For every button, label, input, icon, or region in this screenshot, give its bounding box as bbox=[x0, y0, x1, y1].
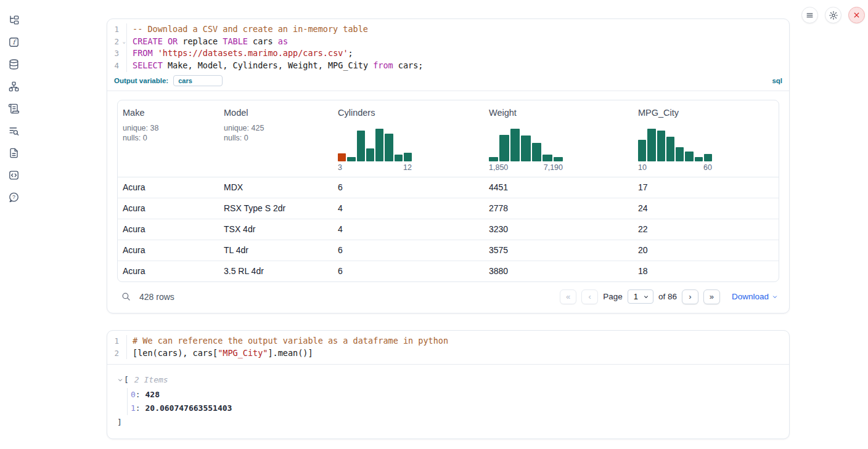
tree-entry-colon: : bbox=[136, 403, 145, 413]
scroll-icon[interactable] bbox=[8, 103, 20, 115]
histogram-bar[interactable] bbox=[404, 153, 412, 161]
histogram-min-label: 3 bbox=[338, 163, 342, 172]
histogram-bar[interactable] bbox=[375, 129, 383, 161]
menu-button[interactable] bbox=[801, 7, 818, 23]
code-token: OR bbox=[168, 36, 178, 46]
histogram-bar[interactable] bbox=[554, 157, 563, 161]
graph-icon[interactable] bbox=[8, 81, 20, 92]
histogram-bar[interactable] bbox=[685, 152, 693, 161]
histogram-bar[interactable] bbox=[676, 147, 684, 161]
fold-chevron-icon[interactable]: ⌄ bbox=[123, 36, 126, 48]
code-token: -- Download a CSV and create an in-memor… bbox=[133, 24, 368, 34]
histogram-bar[interactable] bbox=[532, 143, 541, 161]
tree-entry-value: 428 bbox=[145, 390, 159, 399]
histogram-bar[interactable] bbox=[704, 154, 712, 161]
histogram-axis-labels: 1,8507,190 bbox=[489, 163, 563, 172]
first-page-button[interactable]: « bbox=[560, 289, 576, 304]
column-header-weight[interactable]: Weight1,8507,190 bbox=[484, 100, 633, 177]
code-line[interactable]: 4SELECT Make, Model, Cylinders, Weight, … bbox=[107, 60, 789, 72]
code-line[interactable]: 1# We can reference the output variable … bbox=[107, 335, 789, 347]
line-number: 2⌄ bbox=[107, 36, 127, 48]
column-header-cylinders[interactable]: Cylinders312 bbox=[333, 100, 484, 177]
code-token: FROM bbox=[133, 48, 153, 58]
settings-button[interactable] bbox=[825, 7, 841, 23]
data-table: Makeunique: 38nulls: 0Modelunique: 425nu… bbox=[117, 100, 779, 282]
close-button[interactable] bbox=[848, 7, 865, 23]
svg-text:?: ? bbox=[12, 194, 15, 200]
histogram-bar[interactable] bbox=[510, 129, 520, 161]
table-row[interactable]: Acura3.5 RL 4dr6388018 bbox=[118, 261, 779, 281]
collapse-chevron-icon[interactable] bbox=[117, 377, 124, 383]
table-cell: Acura bbox=[118, 198, 219, 219]
download-label: Download bbox=[732, 292, 769, 301]
histogram-bar[interactable] bbox=[542, 155, 552, 161]
column-stat: nulls: 0 bbox=[123, 133, 214, 144]
histogram-bar[interactable] bbox=[395, 155, 403, 161]
download-button[interactable]: Download bbox=[732, 292, 778, 301]
search-list-icon[interactable] bbox=[8, 125, 20, 137]
table-cell: 18 bbox=[633, 261, 779, 281]
file-tree-icon[interactable] bbox=[8, 14, 20, 26]
tree-entry-colon: : bbox=[136, 390, 145, 399]
histogram-bar[interactable] bbox=[666, 137, 674, 161]
column-header-make[interactable]: Makeunique: 38nulls: 0 bbox=[118, 100, 219, 177]
code-token: Make, Model, Cylinders, Weight, MPG_City bbox=[163, 60, 373, 70]
histogram-bar[interactable] bbox=[489, 157, 498, 161]
table-footer: 428 rows « ‹ Page 1 of 86 › » Download bbox=[117, 282, 779, 313]
document-icon[interactable] bbox=[8, 147, 20, 159]
code-line[interactable]: 2⌄CREATE OR replace TABLE cars as bbox=[107, 36, 789, 48]
table-row[interactable]: AcuraRSX Type S 2dr4277824 bbox=[118, 198, 779, 219]
histogram-axis-labels: 1060 bbox=[638, 163, 712, 172]
next-page-button[interactable]: › bbox=[682, 289, 698, 304]
table-cell: 3575 bbox=[484, 240, 633, 261]
histogram-bar[interactable] bbox=[638, 140, 646, 161]
histogram-bar[interactable] bbox=[385, 134, 393, 161]
histogram-bar[interactable] bbox=[366, 148, 374, 161]
hamburger-icon bbox=[805, 10, 814, 20]
prev-page-button[interactable]: ‹ bbox=[581, 289, 598, 304]
line-number: 1 bbox=[107, 23, 127, 36]
code-token: from bbox=[373, 60, 393, 70]
bracket-close: ] bbox=[117, 416, 779, 429]
table-cell: Acura bbox=[118, 261, 219, 281]
svg-text:f: f bbox=[12, 38, 17, 46]
help-icon[interactable]: ? bbox=[8, 192, 20, 203]
histogram-bar[interactable] bbox=[357, 131, 365, 161]
code-line[interactable]: 3FROM 'https://datasets.marimo.app/cars.… bbox=[107, 47, 789, 60]
code-token: replace bbox=[178, 36, 223, 46]
page-select[interactable]: 1 bbox=[628, 289, 653, 304]
table-row[interactable]: AcuraTL 4dr6357520 bbox=[118, 240, 779, 261]
table-row[interactable]: AcuraTSX 4dr4323022 bbox=[118, 219, 779, 240]
code-token: as bbox=[278, 36, 288, 46]
last-page-button[interactable]: » bbox=[703, 289, 720, 304]
column-header-mpg_city[interactable]: MPG_City1060 bbox=[633, 100, 779, 177]
histogram-bar[interactable] bbox=[347, 157, 355, 161]
histogram-axis-labels: 312 bbox=[338, 163, 412, 172]
code-text: CREATE OR replace TABLE cars as bbox=[127, 36, 288, 48]
chevron-down-icon bbox=[772, 294, 778, 300]
histogram-bar[interactable] bbox=[499, 135, 509, 161]
histogram-bar[interactable] bbox=[647, 129, 655, 161]
code-line[interactable]: 2[len(cars), cars["MPG_City"].mean()] bbox=[107, 347, 789, 360]
column-stat: nulls: 0 bbox=[224, 133, 328, 144]
histogram-bar[interactable] bbox=[521, 136, 530, 161]
code-line[interactable]: 1-- Download a CSV and create an in-memo… bbox=[107, 23, 789, 36]
table-row[interactable]: AcuraMDX6445117 bbox=[118, 177, 779, 198]
python-editor[interactable]: 1# We can reference the output variable … bbox=[107, 331, 789, 365]
column-stats: unique: 38nulls: 0 bbox=[123, 123, 214, 144]
code-icon[interactable] bbox=[8, 169, 20, 181]
line-number: 3 bbox=[107, 47, 127, 60]
histogram-bar[interactable] bbox=[657, 131, 665, 161]
column-header-model[interactable]: Modelunique: 425nulls: 0 bbox=[219, 100, 333, 177]
code-token: CREATE bbox=[133, 36, 163, 46]
search-icon[interactable] bbox=[121, 291, 131, 302]
histogram-bar[interactable] bbox=[338, 153, 346, 161]
table-cell: 3230 bbox=[484, 219, 633, 240]
output-variable-input[interactable] bbox=[173, 75, 223, 86]
code-token: cars bbox=[248, 36, 278, 46]
sql-editor[interactable]: 1-- Download a CSV and create an in-memo… bbox=[107, 19, 789, 91]
database-icon[interactable] bbox=[8, 59, 20, 70]
table-cell: 6 bbox=[333, 261, 484, 281]
histogram-bar[interactable] bbox=[695, 157, 703, 161]
function-icon[interactable]: f bbox=[8, 36, 20, 48]
